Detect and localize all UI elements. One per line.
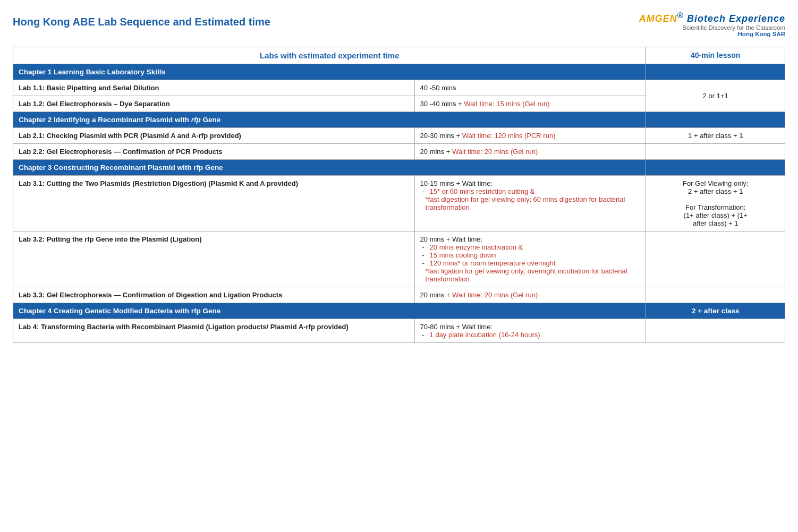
lab-2-1-time: 20-30 mins + Wait time: 120 mins (PCR ru… (414, 128, 646, 144)
logo: AMGEN® Biotech Experience (639, 11, 785, 24)
table-header-row: Labs with estimated experiment time 40-m… (13, 47, 785, 64)
chapter-3-lesson-header (646, 160, 785, 176)
chapter-1-row: Chapter 1 Learning Basic Laboratory Skil… (13, 64, 785, 80)
lab-1-2-time: 30 -40 mins + Wait time: 15 mins (Gel ru… (414, 96, 646, 112)
lab-3-1-row: Lab 3.1: Cutting the Two Plasmids (Restr… (13, 176, 785, 231)
chapter-3-title: Chapter 3 Constructing Recombinant Plasm… (13, 160, 646, 176)
lab-4-bullet1: 1 day plate incubation (16-24 hours) (420, 331, 641, 339)
chapter-4-lesson-header: 2 + after class (646, 303, 785, 319)
chapter-2-title: Chapter 2 Identifying a Recombinant Plas… (13, 112, 646, 128)
amgen-brand-italic: AMGEN (639, 13, 677, 24)
lab-1-2-name: Lab 1.2: Gel Electrophoresis – Dye Separ… (13, 96, 415, 112)
logo-sub2: Hong Kong SAR (639, 31, 785, 37)
chapter-4-title: Chapter 4 Creating Genetic Modified Bact… (13, 303, 646, 319)
main-table: Labs with estimated experiment time 40-m… (13, 47, 785, 343)
lab-3-3-row: Lab 3.3: Gel Electrophoresis — Confirmat… (13, 287, 785, 303)
lab-2-2-name: Lab 2.2: Gel Electrophoresis — Confirmat… (13, 144, 415, 160)
lab-3-2-bullet3: 120 mins* or room temperature overnight (420, 259, 641, 267)
lab-3-1-time-note: *fast digestion for gel viewing only; 60… (420, 195, 641, 211)
logo-area: AMGEN® Biotech Experience Scientific Dis… (639, 11, 785, 37)
lab-3-2-note: *fast ligation for gel viewing only; ove… (420, 267, 641, 283)
lab-3-2-row: Lab 3.2: Putting the rfp Gene into the P… (13, 231, 785, 287)
amgen-logo: AMGEN® Biotech Experience (639, 13, 785, 24)
chapter-3-row: Chapter 3 Constructing Recombinant Plasm… (13, 160, 785, 176)
lab-4-row: Lab 4: Transforming Bacteria with Recomb… (13, 319, 785, 343)
lab-2-1-name: Lab 2.1: Checking Plasmid with PCR (Plas… (13, 128, 415, 144)
lab-3-2-lesson (646, 231, 785, 287)
table-body: Chapter 1 Learning Basic Laboratory Skil… (13, 64, 785, 343)
lab-2-2-lesson (646, 144, 785, 160)
page-title-area: Hong Kong ABE Lab Sequence and Estimated… (13, 11, 270, 28)
lab-2-2-time: 20 mins + Wait time: 20 mins (Gel run) (414, 144, 646, 160)
col-lesson-header: 40-min lesson (646, 47, 785, 64)
lab-2-1-row: Lab 2.1: Checking Plasmid with PCR (Plas… (13, 128, 785, 144)
lab-4-lesson (646, 319, 785, 343)
chapter-2-row: Chapter 2 Identifying a Recombinant Plas… (13, 112, 785, 128)
chapter-4-row: Chapter 4 Creating Genetic Modified Bact… (13, 303, 785, 319)
lab-3-2-bullet2: 15 mins cooling down (420, 251, 641, 259)
lab-3-3-time: 20 mins + Wait time: 20 mins (Gel run) (414, 287, 646, 303)
logo-sub1: Scientific Discovery for the Classroom (639, 24, 785, 31)
lab-3-2-bullet1: 20 mins enzyme inactivation & (420, 243, 641, 251)
lab-3-3-lesson (646, 287, 785, 303)
lab-4-name: Lab 4: Transforming Bacteria with Recomb… (13, 319, 415, 343)
lab-4-time: 70-80 mins + Wait time: 1 day plate incu… (414, 319, 646, 343)
lab-1-1-row: Lab 1.1: Basic Pipetting and Serial Dilu… (13, 80, 785, 96)
lab-3-1-name: Lab 3.1: Cutting the Two Plasmids (Restr… (13, 176, 415, 231)
lab-3-3-name: Lab 3.3: Gel Electrophoresis — Confirmat… (13, 287, 415, 303)
page-title: Hong Kong ABE Lab Sequence and Estimated… (13, 16, 270, 28)
chapter-1-lessons: 2 or 1+1 (646, 80, 785, 112)
chapter-2-lesson (646, 112, 785, 128)
col-labs-header: Labs with estimated experiment time (13, 47, 646, 64)
lab-1-1-name: Lab 1.1: Basic Pipetting and Serial Dilu… (13, 80, 415, 96)
lab-3-1-time-bullet1: 15* or 60 mins restriction cutting & (420, 187, 641, 195)
lab-3-1-time: 10-15 mins + Wait time: 15* or 60 mins r… (414, 176, 646, 231)
chapter-1-title: Chapter 1 Learning Basic Laboratory Skil… (13, 64, 646, 80)
lab-3-2-name: Lab 3.2: Putting the rfp Gene into the P… (13, 231, 415, 287)
biotech-experience: Biotech Experience (687, 13, 785, 24)
lab-2-2-row: Lab 2.2: Gel Electrophoresis — Confirmat… (13, 144, 785, 160)
lab-3-1-lesson: For Gel Viewing only: 2 + after class + … (646, 176, 785, 231)
lab-2-1-lesson: 1 + after class + 1 (646, 128, 785, 144)
chapter-1-lesson (646, 64, 785, 80)
lab-1-1-time: 40 -50 mins (414, 80, 646, 96)
lab-3-2-time: 20 mins + Wait time: 20 mins enzyme inac… (414, 231, 646, 287)
page-header: Hong Kong ABE Lab Sequence and Estimated… (13, 11, 785, 37)
